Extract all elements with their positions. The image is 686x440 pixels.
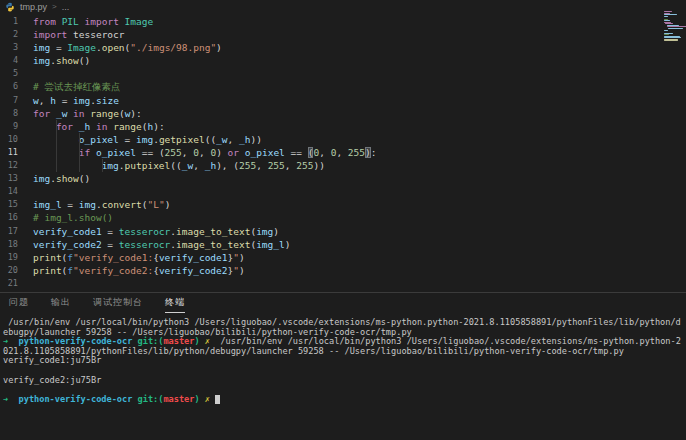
- minimap-line: [664, 14, 677, 15]
- panel-tab-terminal[interactable]: 终端: [165, 293, 185, 313]
- code-line[interactable]: 6# 尝试去掉红像素点: [0, 80, 686, 93]
- terminal-line: 021.8.1105858891/pythonFiles/lib/python/…: [3, 347, 686, 357]
- code-text: img = Image.open("./imgs/98.png"): [18, 41, 222, 54]
- line-number: 7: [0, 94, 18, 107]
- minimap-line: [664, 30, 668, 31]
- terminal-line: verify_code1:ju75Br: [3, 356, 686, 366]
- indent-guide: [56, 120, 57, 172]
- minimap-line: [668, 28, 683, 29]
- code-line[interactable]: 5: [0, 67, 686, 80]
- panel-tab-problems[interactable]: 问题: [9, 293, 29, 313]
- line-number: 4: [0, 54, 18, 67]
- line-number: 15: [0, 198, 18, 211]
- code-line[interactable]: 21: [0, 277, 686, 290]
- line-number: 6: [0, 80, 18, 93]
- python-file-icon: [5, 2, 15, 12]
- minimap-line: [664, 11, 672, 12]
- minimap-line: [664, 40, 678, 41]
- code-text: # 尝试去掉红像素点: [18, 80, 120, 93]
- code-line[interactable]: 11 if o_pixel == (255, 0, 0) or o_pixel …: [0, 146, 686, 159]
- code-text: [18, 67, 33, 80]
- code-line[interactable]: 2import tesserocr: [0, 28, 686, 41]
- code-line[interactable]: 17verify_code1 = tesserocr.image_to_text…: [0, 225, 686, 238]
- panel-tab-debug-console[interactable]: 调试控制台: [93, 293, 143, 313]
- indent-guide: [79, 133, 80, 172]
- line-number: 10: [0, 133, 18, 146]
- code-line[interactable]: 7w, h = img.size: [0, 94, 686, 107]
- chevron-right-icon: >: [52, 2, 57, 11]
- code-text: img.show(): [18, 172, 90, 185]
- panel-tab-bar: 问题 输出 调试控制台 终端: [0, 293, 686, 313]
- code-line[interactable]: 13img.show(): [0, 172, 686, 185]
- code-line[interactable]: 4img.show(): [0, 54, 686, 67]
- code-text: [18, 185, 33, 198]
- code-line[interactable]: 8for _w in range(w):: [0, 107, 686, 120]
- code-line[interactable]: 14: [0, 185, 686, 198]
- line-number: 20: [0, 264, 18, 277]
- line-number: 2: [0, 28, 18, 41]
- code-text: print(f"verify_code2:{verify_code2}"): [18, 264, 245, 277]
- line-number: 21: [0, 277, 18, 290]
- code-line[interactable]: 18verify_code2 = tesserocr.image_to_text…: [0, 238, 686, 251]
- vscode-window: tmp.py > ... 1from PIL import Image2impo…: [0, 0, 686, 440]
- code-editor[interactable]: 1from PIL import Image2import tesserocr3…: [0, 13, 686, 292]
- code-line[interactable]: 16# img_l.show(): [0, 211, 686, 224]
- terminal-line: [3, 366, 686, 376]
- line-number: 9: [0, 120, 18, 133]
- breadcrumb-filename[interactable]: tmp.py: [20, 2, 47, 12]
- code-text: img.putpixel((_w, _h), (255, 255, 255)): [18, 159, 325, 172]
- code-line[interactable]: 10 o_pixel = img.getpixel((_w, _h)): [0, 133, 686, 146]
- line-number: 18: [0, 238, 18, 251]
- line-number: 13: [0, 172, 18, 185]
- code-line[interactable]: 9 for _h in range(h):: [0, 120, 686, 133]
- line-number: 16: [0, 211, 18, 224]
- terminal-line: verify_code2:ju75Br: [3, 376, 686, 386]
- bottom-panel: 问题 输出 调试控制台 终端 /usr/bin/env /usr/local/b…: [0, 292, 686, 440]
- line-number: 11: [0, 146, 18, 159]
- code-lines: 1from PIL import Image2import tesserocr3…: [0, 13, 686, 290]
- code-line[interactable]: 20print(f"verify_code2:{verify_code2}"): [0, 264, 686, 277]
- line-number: 19: [0, 251, 18, 264]
- code-text: import tesserocr: [18, 28, 125, 41]
- line-number: 3: [0, 41, 18, 54]
- line-number: 5: [0, 67, 18, 80]
- code-text: print(f"verify_code1:{verify_code1}"): [18, 251, 245, 264]
- code-line[interactable]: 3img = Image.open("./imgs/98.png"): [0, 41, 686, 54]
- indent-guide: [102, 159, 103, 172]
- line-number: 12: [0, 159, 18, 172]
- terminal-line: ➜ python-verify-code-ocr git:(master) ✗: [3, 395, 686, 405]
- terminal[interactable]: /usr/bin/env /usr/local/bin/python3 /Use…: [0, 313, 686, 404]
- breadcrumb-symbol[interactable]: ...: [62, 2, 70, 12]
- panel-tab-output[interactable]: 输出: [51, 293, 71, 313]
- code-text: o_pixel = img.getpixel((_w, _h)): [18, 133, 262, 146]
- code-line[interactable]: 15img_l = img.convert("L"): [0, 198, 686, 211]
- code-text: verify_code2 = tesserocr.image_to_text(i…: [18, 238, 290, 251]
- line-number: 8: [0, 107, 18, 120]
- code-text: for _w in range(w):: [18, 107, 142, 120]
- line-number: 17: [0, 225, 18, 238]
- breadcrumb[interactable]: tmp.py > ...: [0, 0, 686, 13]
- code-text: verify_code1 = tesserocr.image_to_text(i…: [18, 225, 279, 238]
- code-text: img_l = img.convert("L"): [18, 198, 170, 211]
- code-text: img.show(): [18, 54, 90, 67]
- code-text: if o_pixel == (255, 0, 0) or o_pixel == …: [18, 146, 376, 159]
- code-text: for _h in range(h):: [18, 120, 165, 133]
- minimap-line: [664, 16, 668, 17]
- line-number: 1: [0, 15, 18, 28]
- code-line[interactable]: 19print(f"verify_code1:{verify_code1}"): [0, 251, 686, 264]
- code-text: from PIL import Image: [18, 15, 153, 28]
- line-number: 14: [0, 185, 18, 198]
- code-text: # img_l.show(): [18, 211, 113, 224]
- code-line[interactable]: 1from PIL import Image: [0, 15, 686, 28]
- minimap[interactable]: [662, 9, 686, 45]
- code-text: w, h = img.size: [18, 94, 119, 107]
- code-text: [18, 277, 33, 290]
- terminal-cursor: [215, 395, 220, 404]
